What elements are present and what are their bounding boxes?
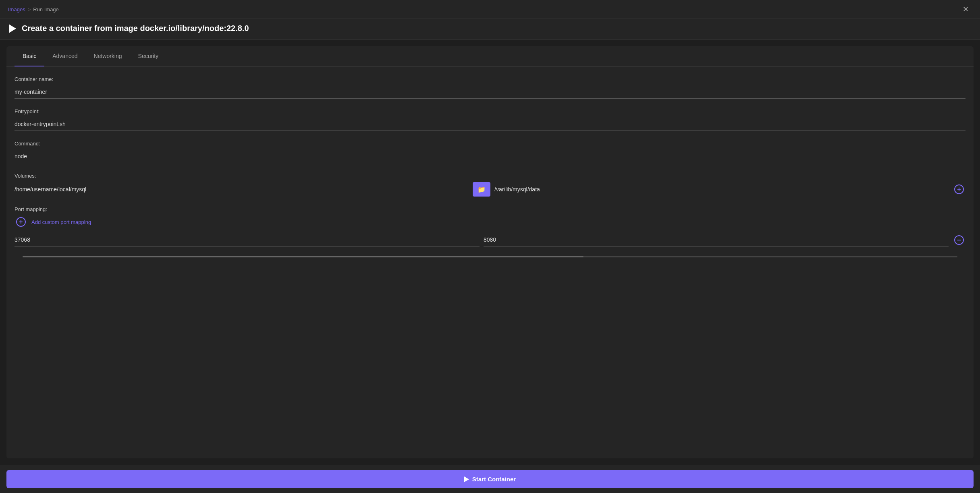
close-button[interactable]: ✕ (959, 4, 972, 14)
volumes-label: Volumes: (15, 173, 965, 179)
tab-advanced[interactable]: Advanced (44, 46, 85, 66)
container-name-label: Container name: (15, 76, 965, 82)
volumes-row: 📁 + (15, 182, 965, 197)
folder-browse-button[interactable]: 📁 (473, 182, 490, 197)
add-port-label: Add custom port mapping (31, 219, 91, 225)
remove-port-icon: − (954, 235, 964, 245)
container-name-input[interactable] (15, 85, 965, 99)
add-port-circle-icon: + (16, 217, 26, 227)
remove-port-button[interactable]: − (953, 234, 965, 246)
port-mapping-label: Port mapping: (15, 206, 965, 212)
port-row: − (15, 233, 965, 246)
tab-networking[interactable]: Networking (86, 46, 130, 66)
main-window: Images > Run Image ✕ Create a container … (0, 0, 980, 493)
scrollbar-indicator (23, 256, 957, 257)
command-group: Command: (15, 141, 965, 163)
folder-icon: 📁 (478, 186, 486, 193)
start-play-icon (464, 476, 469, 482)
tab-basic[interactable]: Basic (15, 46, 44, 66)
footer-bar: Start Container (0, 465, 980, 493)
tabs-bar: Basic Advanced Networking Security (6, 46, 974, 66)
add-volume-button[interactable]: + (953, 183, 965, 196)
start-container-button[interactable]: Start Container (6, 470, 974, 488)
breadcrumb-current: Run Image (33, 6, 59, 12)
port-mapping-header: + Add custom port mapping (15, 215, 965, 228)
play-icon (8, 24, 17, 33)
form-body: Container name: Entrypoint: Command: Vol… (6, 66, 974, 267)
volumes-group: Volumes: 📁 + (15, 173, 965, 197)
entrypoint-input[interactable] (15, 118, 965, 131)
play-triangle-icon (9, 24, 16, 33)
scrollbar-thumb (23, 256, 583, 257)
add-port-circle-button[interactable]: + (15, 215, 27, 228)
command-input[interactable] (15, 150, 965, 163)
start-button-label: Start Container (472, 476, 516, 483)
port-mapping-group: Port mapping: + Add custom port mapping … (15, 206, 965, 246)
add-port-button[interactable]: Add custom port mapping (31, 219, 91, 225)
breadcrumb-images-link[interactable]: Images (8, 6, 25, 12)
page-title-row: Create a container from image docker.io/… (0, 19, 980, 40)
port-host-input[interactable] (15, 233, 480, 246)
container-name-group: Container name: (15, 76, 965, 99)
tab-security[interactable]: Security (130, 46, 167, 66)
breadcrumb-separator: > (28, 6, 31, 12)
volume-local-input[interactable] (15, 183, 469, 196)
content-area: Basic Advanced Networking Security Conta… (6, 46, 974, 458)
entrypoint-group: Entrypoint: (15, 108, 965, 131)
entrypoint-label: Entrypoint: (15, 108, 965, 114)
volume-container-input[interactable] (494, 183, 949, 196)
breadcrumb: Images > Run Image (8, 6, 59, 12)
add-volume-icon: + (954, 184, 964, 194)
command-label: Command: (15, 141, 965, 147)
title-bar: Images > Run Image ✕ (0, 0, 980, 19)
port-container-input[interactable] (484, 233, 949, 246)
page-title: Create a container from image docker.io/… (22, 24, 249, 33)
